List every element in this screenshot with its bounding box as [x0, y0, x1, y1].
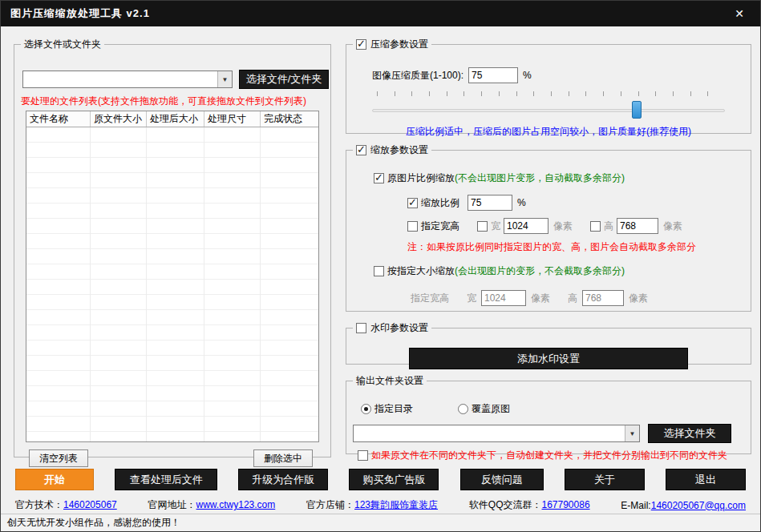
- footer-tech: 官方技术：1460205067: [15, 498, 117, 512]
- file-list-header: 文件名称 原文件大小 处理后大小 处理尺寸 完成状态: [26, 111, 318, 127]
- delete-selected-button[interactable]: 删除选中: [253, 449, 313, 467]
- email-link[interactable]: 1460205067@qq.com: [651, 500, 746, 511]
- slider-track[interactable]: [372, 109, 725, 112]
- watermark-enable-checkbox[interactable]: [356, 323, 366, 333]
- compress-enable-checkbox[interactable]: [356, 39, 366, 50]
- ratio-label[interactable]: 缩放比例: [421, 196, 459, 210]
- compress-panel: 压缩参数设置 图像压缩质量(1-100): % 压缩比例适中，压缩后的图片占用空…: [346, 38, 751, 134]
- qq-link[interactable]: 167790086: [542, 499, 590, 510]
- output-folder-combobox[interactable]: ▼: [353, 425, 640, 442]
- tech-link[interactable]: 1460205067: [63, 499, 117, 510]
- column-header-processed-size[interactable]: 处理后大小: [147, 111, 204, 127]
- site-link[interactable]: www.ctwy123.com: [196, 499, 276, 510]
- action-bar: 开始 查看处理后文件 升级为合作版 购买免广告版 反馈问题 关于 退出: [15, 469, 746, 490]
- footer-qq: 软件QQ交流群：167790086: [469, 498, 590, 512]
- fixed-size-checkbox[interactable]: [374, 266, 384, 276]
- footer-site: 官网地址：www.ctwy123.com: [148, 498, 276, 512]
- file-path-combobox[interactable]: ▼: [22, 71, 233, 88]
- quality-input[interactable]: [468, 67, 518, 83]
- scale-panel-title[interactable]: 缩放参数设置: [370, 143, 428, 157]
- fixed-width-label: 宽: [467, 292, 476, 305]
- height-px-label: 像素: [663, 220, 682, 233]
- dropdown-arrow-icon[interactable]: ▼: [217, 71, 232, 87]
- add-watermark-button[interactable]: 添加水印设置: [409, 348, 688, 369]
- radio-overwrite[interactable]: [458, 404, 468, 414]
- size-label[interactable]: 指定宽高: [421, 220, 459, 233]
- clear-list-button[interactable]: 清空列表: [29, 449, 88, 467]
- size-checkbox[interactable]: [407, 221, 418, 232]
- upgrade-button[interactable]: 升级为合作版: [238, 469, 328, 490]
- grid-column: [204, 127, 261, 441]
- footer-email: E-Mail:1460205067@qq.com: [621, 500, 746, 511]
- radio-specify-dir-label[interactable]: 指定目录: [374, 402, 413, 416]
- quality-percent-sign: %: [523, 70, 532, 81]
- keep-ratio-note: (不会出现图片变形，自动截取多余部分): [455, 171, 625, 185]
- keep-ratio-checkbox[interactable]: [374, 173, 384, 183]
- exit-button[interactable]: 退出: [666, 469, 746, 490]
- ratio-input[interactable]: [468, 195, 512, 211]
- keep-ratio-label[interactable]: 原图片比例缩放: [387, 171, 455, 185]
- file-panel-legend: 选择文件或文件夹: [21, 38, 104, 51]
- about-button[interactable]: 关于: [565, 469, 645, 490]
- shop-label: 官方店铺：: [306, 499, 354, 510]
- view-files-button[interactable]: 查看处理后文件: [115, 469, 217, 490]
- width-checkbox[interactable]: [477, 221, 488, 232]
- quality-slider[interactable]: [372, 90, 725, 117]
- height-label[interactable]: 高: [604, 220, 613, 233]
- window-title: 图片压缩缩放处理工具 v2.1: [10, 6, 150, 21]
- buy-ad-free-button[interactable]: 购买免广告版: [349, 469, 439, 490]
- status-bar: 创天无忧开发小组作品，感谢您的使用！: [1, 514, 760, 531]
- column-header-filename[interactable]: 文件名称: [26, 111, 91, 127]
- app-window: 图片压缩缩放处理工具 v2.1 ✕ 选择文件或文件夹 ▼ 选择文件/文件夹 要处…: [0, 0, 761, 532]
- fixed-width-px-label: 像素: [531, 292, 550, 305]
- select-folder-button[interactable]: 选择文件夹: [648, 424, 731, 443]
- ratio-checkbox[interactable]: [407, 198, 418, 208]
- footer-shop: 官方店铺：123舞韵服饰童装店: [306, 498, 438, 512]
- output-panel: 输出文件夹设置 指定目录 覆盖原图 ▼ 选择文件夹 如果原文件在不同的文件夹下，…: [346, 374, 751, 454]
- width-label[interactable]: 宽: [491, 220, 500, 233]
- radio-overwrite-label[interactable]: 覆盖原图: [472, 402, 510, 416]
- scale-panel: 缩放参数设置 原图片比例缩放 (不会出现图片变形，自动截取多余部分) 缩放比例 …: [346, 143, 751, 312]
- fixed-height-input[interactable]: [582, 290, 624, 306]
- email-label: E-Mail:: [621, 500, 650, 511]
- radio-specify-dir[interactable]: [361, 404, 371, 414]
- fixed-height-px-label: 像素: [629, 292, 648, 305]
- output-panel-title: 输出文件夹设置: [356, 374, 423, 388]
- titlebar: 图片压缩缩放处理工具 v2.1 ✕: [1, 1, 760, 26]
- shop-link[interactable]: 123舞韵服饰童装店: [354, 499, 438, 510]
- width-input[interactable]: [504, 218, 548, 234]
- select-file-button[interactable]: 选择文件/文件夹: [239, 70, 329, 89]
- file-list-body[interactable]: [26, 127, 318, 441]
- column-header-status[interactable]: 完成状态: [261, 111, 318, 127]
- slider-ticks: [377, 91, 721, 96]
- auto-create-folder-checkbox[interactable]: [358, 450, 368, 461]
- file-list-table: 文件名称 原文件大小 处理后大小 处理尺寸 完成状态: [26, 111, 319, 442]
- close-icon[interactable]: ✕: [728, 6, 751, 22]
- grid-column: [91, 127, 147, 441]
- dropdown-arrow-icon[interactable]: ▼: [625, 425, 639, 441]
- compress-panel-title[interactable]: 压缩参数设置: [370, 38, 428, 51]
- watermark-panel-title[interactable]: 水印参数设置: [370, 321, 428, 335]
- height-checkbox[interactable]: [590, 221, 601, 232]
- watermark-panel: 水印参数设置 添加水印设置: [346, 321, 751, 365]
- column-header-processed-dim[interactable]: 处理尺寸: [204, 111, 261, 127]
- auto-create-folder-label[interactable]: 如果原文件在不同的文件夹下，自动创建文件夹，并把文件分别输出到不同的文件夹: [371, 449, 727, 462]
- grid-column: [26, 127, 91, 441]
- footer-links: 官方技术：1460205067 官网地址：www.ctwy123.com 官方店…: [1, 497, 760, 514]
- grid-column: [147, 127, 204, 441]
- column-header-original-size[interactable]: 原文件大小: [91, 111, 147, 127]
- fixed-width-input[interactable]: [481, 290, 526, 306]
- scale-enable-checkbox[interactable]: [356, 145, 366, 155]
- quality-slider-thumb[interactable]: [632, 101, 642, 119]
- scale-warning: 注：如果按原比例同时指定图片的宽、高，图片会自动截取多余部分: [407, 240, 696, 254]
- qq-label: 软件QQ交流群：: [469, 499, 542, 510]
- start-button[interactable]: 开始: [15, 469, 94, 490]
- fixed-size-note: (会出现图片的变形，不会截取多余部分): [455, 264, 625, 278]
- file-list-hint: 要处理的文件列表(支持文件拖放功能，可直接拖放文件到文件列表): [21, 95, 306, 108]
- file-panel-title: 选择文件或文件夹: [24, 38, 101, 51]
- site-label: 官网地址：: [148, 499, 196, 510]
- height-input[interactable]: [617, 218, 658, 234]
- width-px-label: 像素: [553, 220, 573, 233]
- fixed-size-mode-label[interactable]: 按指定大小缩放: [387, 264, 455, 278]
- feedback-button[interactable]: 反馈问题: [460, 469, 544, 490]
